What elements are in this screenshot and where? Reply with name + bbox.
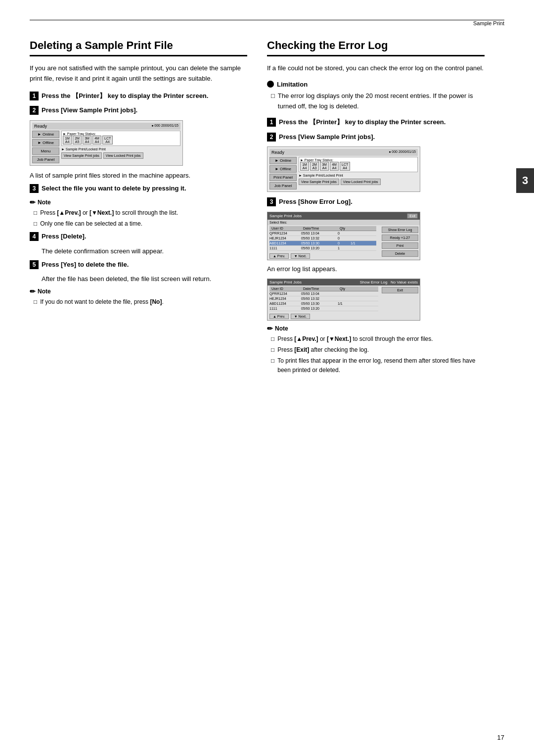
el-col-qty: Qty (340, 287, 350, 290)
table-row: 1111 05/93 13:20 (269, 306, 378, 311)
el-col-dt: Date/Time (303, 287, 338, 290)
pencil-icon-right: ✏ (267, 325, 273, 332)
note-label-right: Note (275, 325, 288, 332)
col-uid-1: User ID (271, 227, 301, 230)
el-title-bar: Sample Print Jobs Show Error Log No Valu… (267, 279, 420, 285)
menu-btn[interactable]: Menu (32, 147, 59, 155)
right-column: Checking the Error Log If a file could n… (267, 39, 485, 378)
spj-side-btns-1: Show Error Log Reody +1-27 Print Delete (380, 225, 420, 260)
note-item-r1: Press [▲Prev.] or [▼Next.] to scroll thr… (271, 334, 485, 344)
step-2: 2 Press [View Sample Print jobs]. (30, 105, 247, 115)
view-sample-btn-left[interactable]: View Sample Print jobs (61, 152, 102, 159)
note-item-r2: Press [Exit] after checking the log. (271, 345, 485, 355)
note-text-2-1: If you do not want to delete the file, p… (40, 297, 163, 307)
reody-btn[interactable]: Reody +1-27 (382, 235, 418, 241)
note-text-r3: To print files that appear in the error … (277, 356, 485, 375)
view-locked-btn-left[interactable]: View Locked Print jobs (103, 152, 143, 159)
table-row[interactable]: QPRR1234 05/93 13:04 0 (269, 231, 376, 236)
table-row: HEJR1234 05/93 13:32 (269, 296, 378, 301)
spj-row-header-1: User ID Date/Time Qty (269, 226, 376, 231)
limitation-body: The error log displays only the 20 most … (278, 91, 485, 112)
tray-status-left: ► Paper Tray Status: 1MA4 2MA5 3MA4 4MA4… (61, 131, 180, 146)
table-row[interactable]: ABD11234 05/93 13:30 0 1/1 (269, 241, 376, 246)
tray-label-row: ► Paper Tray Status: (63, 132, 179, 136)
tray-cell-r4: 4MA4 (330, 162, 339, 171)
bullet-icon (267, 81, 274, 88)
job-panel-btn[interactable]: Job Panel (32, 156, 59, 163)
limitation-header: Limitation (267, 81, 485, 88)
step-1-text: Press the 【Printer】 key to display the P… (42, 91, 208, 101)
el-prev-btn[interactable]: ▲ Prev. (269, 314, 289, 319)
step-4: 4 Press [Delete]. (30, 232, 247, 241)
spj-body-1: User ID Date/Time Qty QPRR1234 05/93 13:… (267, 225, 420, 260)
note-box-2: ✏ Note If you do not want to delete the … (30, 287, 247, 307)
right-step-1-num: 1 (267, 118, 276, 127)
el-list: User ID Date/Time Qty QPRR1234 05/93 13:… (267, 285, 380, 320)
pencil-icon-2: ✏ (30, 287, 36, 295)
spj-next-btn[interactable]: ▼ Next. (291, 253, 310, 259)
menu-btn-right[interactable]: Print Panel (269, 174, 297, 181)
screen-inner-right: ► Online ► Offline Print Panel Job Panel… (269, 157, 418, 189)
select-files-label: Select files: (267, 220, 420, 225)
online-btn-right[interactable]: ► Online (269, 157, 297, 164)
header-bar: Sample Print (30, 20, 504, 29)
spj-screen-1: Sample Print Jobs Exit Select files: Use… (267, 212, 420, 260)
section-label: Sample Print (473, 20, 504, 26)
print-btn[interactable]: Print (382, 242, 418, 249)
offline-btn-right[interactable]: ► Offline (269, 165, 297, 173)
table-row[interactable]: 1111 05/93 13:20 1 (269, 246, 376, 251)
el-screen: Sample Print Jobs Show Error Log No Valu… (267, 279, 420, 321)
delete-btn[interactable]: Delete (382, 250, 418, 257)
sample-label-left: ► Sample Print/Locked Print (61, 147, 180, 151)
limitation-text: The error log displays only the 20 most … (271, 91, 485, 112)
spj-list-1: User ID Date/Time Qty QPRR1234 05/93 13:… (267, 225, 378, 260)
step-4-text: Press [Delete]. (42, 232, 86, 241)
left-column: Deleting a Sample Print File If you are … (30, 39, 247, 378)
spj-nav-row: ▲ Prev. ▼ Next. (269, 252, 376, 259)
el-header: User ID Date/Time Qty (269, 286, 378, 291)
el-next-btn[interactable]: ▼ Next. (291, 314, 310, 319)
right-step-2: 2 Press [View Sample Print jobs]. (267, 132, 485, 142)
offline-btn[interactable]: ► Offline (32, 139, 59, 146)
view-sample-btn-right[interactable]: View Sample Print jobs (299, 179, 339, 185)
step-4-num: 4 (30, 232, 39, 241)
right-step-2-header: 2 Press [View Sample Print jobs]. (267, 132, 485, 142)
tray-cell-r5: LCTA4 (340, 162, 350, 171)
error-log-notice: An error log list appears. (267, 264, 485, 275)
page: Sample Print 3 Deleting a Sample Print F… (0, 0, 534, 756)
right-step-2-num: 2 (267, 133, 276, 142)
el-col-uid: User ID (271, 287, 301, 290)
note-text-1-2: Only one file can be selected at a time. (40, 219, 142, 229)
step-3-num: 3 (30, 184, 39, 193)
tray-cell-4: 4MA4 (92, 136, 101, 144)
el-exit-btn[interactable]: Exit (382, 287, 418, 293)
spj-title-bar-1: Sample Print Jobs Exit (267, 212, 420, 220)
note-item-1-1: Press [▲Prev.] or [▼Next.] to scroll thr… (34, 208, 247, 218)
step-2-text: Press [View Sample Print jobs]. (42, 105, 137, 115)
table-row[interactable]: HEJR1234 05/93 13:32 0 (269, 236, 376, 241)
left-intro: If you are not satisfied with the sample… (30, 63, 247, 84)
online-btn[interactable]: ► Online (32, 131, 59, 138)
right-step-3-num: 3 (267, 197, 276, 206)
note-header-right: ✏ Note (267, 325, 485, 332)
spj-prev-btn[interactable]: ▲ Prev. (269, 253, 289, 259)
note-label-1: Note (38, 199, 51, 206)
sample-label-right: ► Sample Print/Locked Print (299, 173, 418, 178)
right-section-title: Checking the Error Log (267, 39, 485, 56)
action-row-left: View Sample Print jobs View Locked Print… (61, 152, 180, 159)
two-column-layout: Deleting a Sample Print File If you are … (30, 39, 504, 378)
spj-exit-btn-1[interactable]: Exit (407, 213, 418, 219)
step-5: 5 Press [Yes] to delete the file. (30, 260, 247, 270)
show-error-log-btn[interactable]: Show Error Log (382, 227, 418, 233)
job-panel-btn-right[interactable]: Job Panel (269, 182, 297, 189)
el-nav-row: ▲ Prev. ▼ Next. (269, 313, 378, 319)
page-number: 17 (497, 734, 504, 741)
view-locked-btn-right[interactable]: View Locked Print jobs (341, 179, 381, 185)
screen-title-bar-right: Ready ● 000 2000/01/15 (269, 149, 418, 156)
tray-label-text: ► Paper Tray Status: (63, 132, 96, 136)
right-step-2-text: Press [View Sample Print jobs]. (279, 132, 375, 142)
limitation-label: Limitation (277, 81, 308, 88)
tray-label-text-right: ► Paper Tray Status: (300, 158, 333, 162)
step-2-body: A list of sample print files stored in t… (30, 171, 247, 181)
tray-cell-r2: 2MA3 (310, 162, 319, 171)
